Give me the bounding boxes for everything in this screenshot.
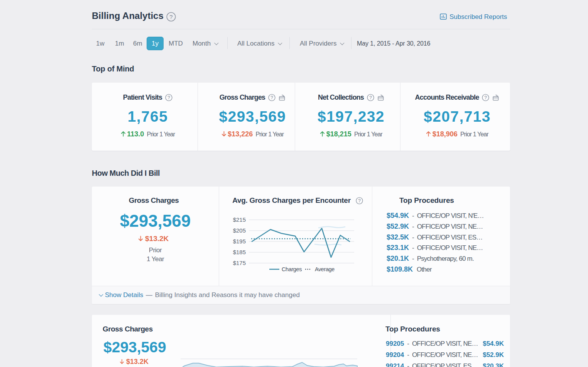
svg-text:?: ?: [270, 95, 273, 100]
svg-text:$175: $175: [233, 260, 246, 266]
svg-text:$205: $205: [233, 227, 246, 234]
svg-text:?: ?: [369, 95, 372, 100]
svg-text:$195: $195: [233, 238, 246, 245]
svg-text:$185: $185: [233, 249, 246, 255]
svg-text:?: ?: [167, 95, 170, 100]
svg-text:Charges: Charges: [282, 266, 302, 272]
svg-text:$215: $215: [233, 216, 246, 223]
svg-text:Average: Average: [315, 266, 335, 272]
svg-text:?: ?: [358, 198, 361, 204]
svg-text:?: ?: [485, 95, 487, 100]
svg-text:?: ?: [169, 14, 172, 20]
